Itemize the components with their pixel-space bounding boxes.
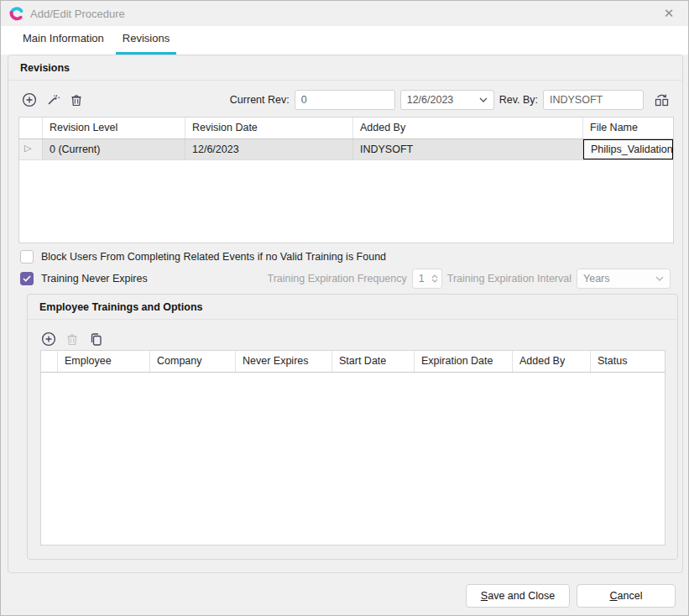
- save-and-close-button[interactable]: Save and Close: [466, 584, 570, 608]
- column-header-file-name[interactable]: File Name: [583, 117, 673, 138]
- copy-icon: [89, 332, 103, 347]
- current-rev-input[interactable]: [295, 90, 395, 110]
- block-users-option: Block Users From Completing Related Even…: [8, 248, 682, 265]
- column-header-never-expires[interactable]: Never Expires: [236, 351, 332, 372]
- stepper-arrows: [431, 274, 438, 283]
- interval-dropdown[interactable]: Years: [577, 269, 671, 289]
- app-logo-icon: [9, 7, 23, 21]
- revisions-group-title: Revisions: [8, 55, 682, 81]
- window-title: Add/Edit Procedure: [30, 8, 125, 20]
- rev-by-input[interactable]: [543, 90, 644, 110]
- revision-fields: Current Rev: 12/6/2023 Rev. By:: [230, 90, 672, 110]
- transfer-revision-button[interactable]: [650, 90, 672, 110]
- trash-disabled-icon: [65, 332, 79, 347]
- column-header-added-by[interactable]: Added By: [353, 117, 583, 138]
- tab-main-information[interactable]: Main Information: [16, 25, 111, 55]
- column-header-start-date[interactable]: Start Date: [332, 351, 415, 372]
- current-rev-label: Current Rev:: [230, 94, 290, 106]
- revisions-grid: Revision Level Revision Date Added By Fi…: [18, 117, 674, 243]
- frequency-label: Training Expiration Frequency: [267, 273, 406, 285]
- column-header-revision-date[interactable]: Revision Date: [185, 117, 353, 138]
- cancel-button[interactable]: Cancel: [577, 584, 676, 608]
- delete-training-button[interactable]: [61, 329, 83, 349]
- column-header-employee[interactable]: Employee: [58, 351, 150, 372]
- employee-trainings-group: Employee Trainings and Options: [27, 294, 678, 560]
- cancel-label: Cancel: [577, 590, 675, 602]
- employee-trainings-title: Employee Trainings and Options: [28, 295, 677, 320]
- interval-value: Years: [583, 273, 610, 285]
- employee-trainings-grid: Employee Company Never Expires Start Dat…: [40, 350, 666, 546]
- add-circle-icon: [41, 331, 56, 347]
- employee-trainings-toolbar: [28, 326, 118, 352]
- add-edit-procedure-dialog: Add/Edit Procedure ✕ Main Information Re…: [0, 0, 689, 616]
- chevron-down-icon: [655, 276, 664, 281]
- delete-revision-button[interactable]: [65, 90, 87, 110]
- chevron-down-icon[interactable]: [431, 279, 438, 283]
- trash-icon: [70, 93, 83, 107]
- employee-grid-header: Employee Company Never Expires Start Dat…: [41, 351, 665, 373]
- rev-by-label: Rev. By:: [499, 94, 538, 106]
- copy-training-button[interactable]: [85, 329, 107, 349]
- column-header-status[interactable]: Status: [591, 351, 665, 372]
- revision-date-value: 12/6/2023: [407, 94, 454, 106]
- table-row[interactable]: ▷ 0 (Current) 12/6/2023 INDYSOFT Philips…: [19, 139, 673, 160]
- block-users-label: Block Users From Completing Related Even…: [41, 251, 386, 263]
- magic-wand-icon: [45, 92, 60, 107]
- tab-strip: Main Information Revisions: [1, 26, 688, 55]
- training-never-expires-option: Training Never Expires Training Expirati…: [8, 270, 682, 287]
- tab-revisions[interactable]: Revisions: [116, 25, 176, 55]
- cell-added-by[interactable]: INDYSOFT: [353, 139, 583, 159]
- revisions-toolbar: Current Rev: 12/6/2023 Rev. By:: [8, 87, 682, 112]
- revisions-group: Revisions: [8, 55, 683, 573]
- row-expander-icon[interactable]: ▷: [19, 139, 43, 159]
- row-indicator-header: [41, 351, 58, 372]
- titlebar: Add/Edit Procedure ✕: [1, 1, 688, 26]
- row-indicator-header: [19, 117, 43, 138]
- check-icon: [23, 275, 31, 282]
- frequency-value: 1: [419, 273, 425, 285]
- training-never-expires-checkbox[interactable]: [20, 272, 34, 285]
- transfer-revision-icon: [654, 93, 670, 107]
- add-revision-button[interactable]: [18, 90, 40, 110]
- add-circle-icon: [22, 92, 37, 107]
- expiration-fields: Training Expiration Frequency 1 Training…: [267, 269, 671, 289]
- training-never-expires-label: Training Never Expires: [41, 273, 148, 285]
- frequency-stepper[interactable]: 1: [412, 269, 442, 289]
- edit-revision-button[interactable]: [42, 90, 64, 110]
- block-users-checkbox[interactable]: [20, 250, 34, 264]
- cell-revision-date[interactable]: 12/6/2023: [185, 139, 353, 159]
- column-header-company[interactable]: Company: [150, 351, 236, 372]
- column-header-revision-level[interactable]: Revision Level: [43, 117, 185, 138]
- save-and-close-label: Save and Close: [467, 590, 569, 602]
- column-header-added-by[interactable]: Added By: [513, 351, 591, 372]
- revision-date-dropdown[interactable]: 12/6/2023: [400, 90, 494, 110]
- cell-revision-level[interactable]: 0 (Current): [43, 139, 185, 159]
- interval-label: Training Expiration Interval: [447, 273, 572, 285]
- column-header-expiration-date[interactable]: Expiration Date: [415, 351, 513, 372]
- cell-file-name[interactable]: Philips_Validation_T: [583, 139, 673, 159]
- close-icon[interactable]: ✕: [658, 6, 680, 21]
- add-training-button[interactable]: [38, 329, 60, 349]
- revisions-grid-header: Revision Level Revision Date Added By Fi…: [19, 117, 673, 139]
- chevron-down-icon: [479, 97, 488, 102]
